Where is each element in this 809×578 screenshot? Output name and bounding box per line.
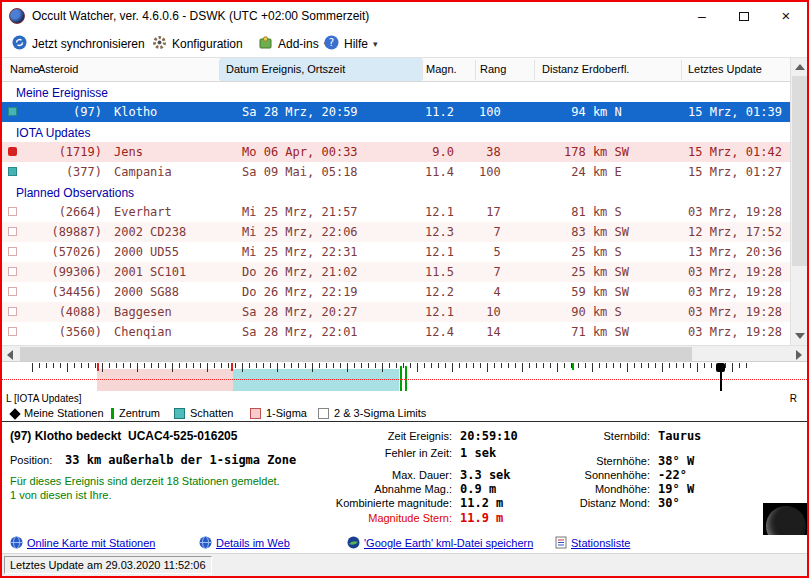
legend-shadow: Schatten: [190, 407, 233, 419]
chart-labels: L [IOTA Updates] R: [2, 392, 807, 405]
app-icon: [9, 8, 25, 24]
checkbox-icon[interactable]: [8, 227, 17, 236]
section-header-planned-observations[interactable]: Planned Observations: [2, 182, 790, 202]
asteroid-number: (3560): [32, 325, 102, 339]
maximize-button[interactable]: [723, 2, 765, 30]
distance: 178 km SW: [564, 145, 629, 159]
table-row-2001sc101[interactable]: (99306) 2001 SC101 Do 26 Mrz, 21:02 11.5…: [2, 262, 790, 282]
checkbox-icon[interactable]: [8, 307, 17, 316]
one-sigma-band: [97, 369, 233, 391]
toolbar: Jetzt synchronisieren Konfiguration Add-…: [2, 30, 807, 58]
position-label: Position:: [10, 454, 52, 466]
link-label: Stationsliste: [571, 537, 630, 549]
asteroid-number: (97): [32, 105, 102, 119]
last-update: 03 Mrz, 19:28: [688, 265, 782, 279]
rank: 38: [479, 145, 501, 159]
field-value: 1 sek: [460, 446, 496, 460]
asteroid-name: Campania: [114, 165, 172, 179]
column-header-asteroid[interactable]: Asteroid: [38, 63, 78, 75]
table-row-klotho[interactable]: (97) Klotho Sa 28 Mrz, 20:59 11.2 100 94…: [2, 102, 790, 122]
event-title: (97) Klotho bedeckt UCAC4-525-016205: [10, 429, 237, 443]
asteroid-name: Everhart: [114, 205, 172, 219]
table-row-campania[interactable]: (377) Campania Sa 09 Mai, 05:18 11.4 100…: [2, 162, 790, 182]
table-row-everhart[interactable]: (2664) Everhart Mi 25 Mrz, 21:57 12.1 17…: [2, 202, 790, 222]
asteroid-name: 2000 UD55: [114, 245, 179, 259]
section-header-meine-ereignisse[interactable]: Meine Ereignisse: [2, 82, 790, 102]
checkbox-icon[interactable]: [8, 247, 17, 256]
title-bar[interactable]: Occult Watcher, ver. 4.6.0.6 - DSWK (UTC…: [2, 2, 807, 30]
checkbox-icon[interactable]: [8, 207, 17, 216]
event-date: Mi 25 Mrz, 21:57: [242, 205, 358, 219]
google-earth-kml-link[interactable]: 'Google Earth' kml-Datei speichern: [347, 536, 533, 549]
vertical-scroll-thumb[interactable]: [792, 76, 807, 266]
column-header-magn[interactable]: Magn.: [426, 63, 457, 75]
scroll-left-icon[interactable]: [7, 350, 13, 360]
legend-my-stations: Meine Stationen: [24, 407, 104, 419]
web-details-link[interactable]: Details im Web: [199, 536, 290, 549]
field-label: Kombinierte magnitude:: [302, 497, 452, 509]
checkbox-icon[interactable]: [8, 287, 17, 296]
column-header-update[interactable]: Letztes Update: [688, 63, 762, 75]
horizontal-scrollbar[interactable]: [2, 345, 807, 362]
link-label: Online Karte mit Stationen: [27, 537, 155, 549]
scroll-down-icon[interactable]: [795, 333, 805, 339]
online-map-link[interactable]: Online Karte mit Stationen: [10, 536, 155, 549]
column-separator[interactable]: [681, 60, 682, 80]
checkbox-icon[interactable]: [8, 267, 17, 276]
configuration-button[interactable]: Konfiguration: [148, 33, 247, 55]
column-separator[interactable]: [534, 60, 535, 80]
field-event-time: Zeit Ereignis:20:59:10: [302, 429, 518, 443]
asteroid-number: (377): [32, 165, 102, 179]
magnitude: 12.4: [425, 325, 454, 339]
distance: 81 km S: [564, 205, 629, 219]
asteroid-name: Chenqian: [114, 325, 172, 339]
asteroid-name: 2000 SG88: [114, 285, 179, 299]
asteroid-number: (57026): [32, 245, 102, 259]
column-header-rang[interactable]: Rang: [480, 63, 506, 75]
my-station-chord-line: [720, 366, 722, 391]
event-date: Sa 28 Mrz, 22:01: [242, 325, 358, 339]
column-separator[interactable]: [219, 60, 220, 80]
last-update: 15 Mrz, 01:27: [688, 165, 782, 179]
event-details-panel: (97) Klotho bedeckt UCAC4-525-016205 Pos…: [2, 423, 807, 534]
horizontal-scroll-thumb[interactable]: [20, 347, 692, 361]
section-header-iota-updates[interactable]: IOTA Updates: [2, 122, 790, 142]
field-label: Sternhöhe:: [558, 455, 650, 467]
close-button[interactable]: ×: [765, 2, 807, 30]
rank: 4: [479, 285, 501, 299]
asteroid-name: Baggesen: [114, 305, 172, 319]
field-time-error: Fehler in Zeit:1 sek: [302, 446, 496, 460]
table-row-2000sg88[interactable]: (34456) 2000 SG88 Do 26 Mrz, 22:19 12.2 …: [2, 282, 790, 302]
distance: 24 km E: [564, 165, 629, 179]
column-separator[interactable]: [475, 60, 476, 80]
scroll-right-icon[interactable]: [796, 350, 802, 360]
table-row-jens[interactable]: (1719) Jens Mo 06 Apr, 00:33 9.0 38 178 …: [2, 142, 790, 162]
table-row-baggesen[interactable]: (4088) Baggesen Sa 28 Mrz, 20:27 12.1 10…: [2, 302, 790, 322]
chart-legend: Meine Stationen Zentrum Schatten 1-Sigma…: [2, 405, 807, 422]
column-header-name[interactable]: Name: [10, 63, 39, 75]
minimize-icon: –: [698, 8, 706, 24]
column-header-dist[interactable]: Distanz Erdoberfl.: [542, 63, 629, 75]
vertical-scrollbar[interactable]: [790, 58, 807, 345]
asteroid-name: 2001 SC101: [114, 265, 186, 279]
minimize-button[interactable]: –: [681, 2, 723, 30]
checkbox-icon[interactable]: [8, 327, 17, 336]
asteroid-number: (89887): [32, 225, 102, 239]
sync-button[interactable]: Jetzt synchronisieren: [8, 33, 149, 55]
distance: 25 km S: [564, 245, 629, 259]
table-row-2002cd238[interactable]: (89887) 2002 CD238 Mi 25 Mrz, 22:06 12.3…: [2, 222, 790, 242]
help-button[interactable]: ? Hilfe ▾: [320, 33, 382, 55]
event-date: Do 26 Mrz, 21:02: [242, 265, 358, 279]
column-separator[interactable]: [422, 60, 423, 80]
event-date: Mi 25 Mrz, 22:06: [242, 225, 358, 239]
table-row-chenqian[interactable]: (3560) Chenqian Sa 28 Mrz, 22:01 12.4 14…: [2, 322, 790, 342]
rank: 10: [479, 305, 501, 319]
field-star-altitude: Sternhöhe:38° W: [558, 454, 694, 468]
help-label: Hilfe: [344, 37, 368, 51]
table-row-2000ud55[interactable]: (57026) 2000 UD55 Mi 25 Mrz, 22:31 12.1 …: [2, 242, 790, 262]
station-list-link[interactable]: Stationsliste: [555, 536, 630, 549]
scroll-up-icon[interactable]: [795, 64, 805, 70]
google-earth-icon: [347, 536, 360, 549]
column-header-date[interactable]: Datum Ereignis, Ortszeit: [226, 63, 345, 75]
field-value: 20:59:10: [460, 429, 518, 443]
